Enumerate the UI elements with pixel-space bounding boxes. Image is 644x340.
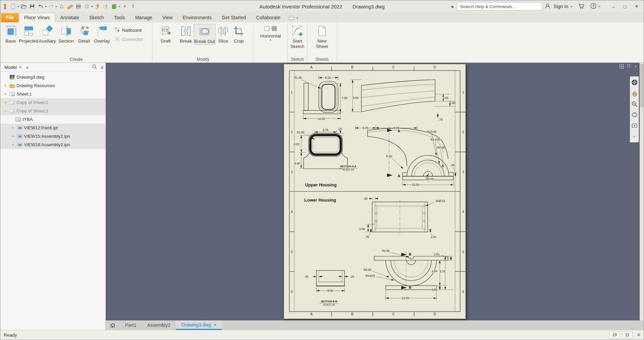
projected-button[interactable]: Projected [20,24,38,44]
doc-tab-close-icon[interactable]: × [214,322,217,328]
sign-in-button[interactable]: Sign In [553,4,568,9]
help-caret-icon[interactable]: ▾ [599,5,600,8]
help-icon[interactable]: ? [590,3,597,10]
tab-manage[interactable]: Manage [130,13,158,22]
tree-item-view16[interactable]: + VIEW16:Assembly2.ipn [0,140,105,149]
look-at-icon[interactable] [631,121,638,130]
measure-icon[interactable] [66,2,74,10]
slice-button[interactable]: Slice [215,24,231,44]
tab-file[interactable]: File [1,13,19,22]
horizontal-caret-icon[interactable]: ▾ [270,38,271,42]
tree-item-view15[interactable]: + VIEW15:Assembly2.ipn [0,132,105,140]
doc-restore-icon[interactable]: ❐ [626,64,631,69]
expander-icon[interactable]: + [3,83,8,88]
doc-close-icon[interactable]: × [633,64,638,69]
expander-icon[interactable]: + [3,92,8,97]
panel-label-sheets[interactable]: Sheets [307,57,337,62]
tab-annotate[interactable]: Annotate [55,13,84,22]
maximize-button[interactable]: □ [619,2,631,11]
browser-add-tab-icon[interactable]: + [26,64,29,70]
tab-view[interactable]: View [157,13,177,22]
update-icon[interactable] [94,2,101,10]
expander-icon[interactable]: + [10,126,15,130]
home-icon[interactable]: ⌂ [58,2,65,10]
doc-tab-drawing3[interactable]: Drawing3.dwg × [176,320,222,330]
search-collapse-icon[interactable]: ▶ [452,5,454,8]
tree-item-copy-of-sheet3[interactable]: − Copy of Sheet:3 [0,107,105,115]
browser-search-icon[interactable] [92,64,97,70]
expander-icon[interactable]: + [10,142,15,147]
inventor-logo-icon[interactable]: I [2,2,8,10]
add-to-qat-icon[interactable]: + [121,2,128,10]
home-tab[interactable] [106,320,120,330]
tab-environments[interactable]: Environments [177,13,217,22]
browser-menu-icon[interactable]: ≡ [100,64,103,70]
ribbon-options-icon[interactable]: ▾ [289,16,298,22]
draft-button[interactable]: Draft [158,24,173,44]
tree-item-view12[interactable]: + VIEW12:Part6.ipt [0,124,105,132]
print-icon[interactable] [75,2,82,10]
orbit-icon[interactable] [631,110,638,119]
status-menu-icon[interactable]: ≡ [637,332,640,338]
search-input[interactable] [457,2,542,10]
base-button[interactable]: Base [2,24,20,44]
detail-button[interactable]: A Detail [75,24,93,44]
overlay-button[interactable]: Overlay [93,24,111,44]
doc-grid-icon[interactable] [619,64,624,69]
nailboard-button[interactable]: Nailboard [114,27,143,34]
open-icon[interactable] [20,2,27,10]
user-icon[interactable] [545,3,551,10]
tree-item-drawing3[interactable]: Drawing3.dwg [0,73,105,81]
canvas-scrollbar[interactable] [640,63,644,320]
auxiliary-button[interactable]: Auxiliary [38,24,57,44]
section-button[interactable]: Section [57,24,75,44]
doc-tab-part1[interactable]: Part1 [120,320,142,330]
tree-item-drawing-resources[interactable]: + Drawing Resources [0,81,105,90]
scrollbar-thumb[interactable] [640,63,643,107]
break-out-button[interactable]: Break Out [194,24,215,45]
expander-icon[interactable]: + [3,100,8,105]
cart-icon[interactable] [578,3,585,10]
redo-icon[interactable] [47,2,55,10]
sign-in-caret-icon[interactable]: ▾ [571,5,572,8]
new-file-icon[interactable] [9,2,17,10]
panel-label-create[interactable]: Create [0,57,152,62]
new-sheet-button[interactable]: New Sheet [311,24,333,49]
redo-caret-icon[interactable]: ▾ [55,5,57,8]
tree-item-tyba[interactable]: tYBA [0,115,105,124]
browser-tab-close-icon[interactable]: × [19,64,22,70]
expander-icon[interactable]: − [3,109,8,113]
drawing-sheet[interactable]: ABCDABCD123456123456R1.255.257.2510.008.… [284,64,466,319]
close-button[interactable]: × [631,2,642,11]
panel-label-sketch[interactable]: Sketch [288,57,307,62]
expander-icon[interactable]: + [10,134,15,139]
select-filter-caret-icon[interactable]: ▾ [119,5,120,8]
pan-icon[interactable] [631,89,638,98]
tab-place-views[interactable]: Place Views [19,13,55,22]
select-filter-icon[interactable] [111,2,118,10]
zoom-icon[interactable] [631,100,638,108]
graphics-canvas[interactable]: ❐ × [106,63,644,320]
customize-qat-icon[interactable]: ▾ [129,2,137,10]
tab-tools[interactable]: Tools [109,13,130,22]
start-sketch-button[interactable]: Start Sketch [288,24,307,49]
document-tab-bar: Part1 Assembly2 Drawing3.dwg × [0,320,644,330]
panel-label-modify[interactable]: Modify [152,57,254,62]
tree-item-copy-of-sheet2[interactable]: + Copy of Sheet:2 [0,98,105,107]
browser-tab-model[interactable]: Model × [2,63,24,71]
undo-caret-icon[interactable]: ▾ [45,5,46,8]
tab-collaborate[interactable]: Collaborate [251,13,286,22]
tree-item-sheet1[interactable]: + Sheet:1 [0,90,105,98]
crop-button[interactable]: Crop [231,24,246,44]
break-button[interactable]: Break [178,24,194,44]
minimize-button[interactable]: – [608,2,619,11]
save-icon[interactable] [28,2,36,10]
doc-tab-assembly2[interactable]: Assembly2 [142,320,175,330]
undo-icon[interactable] [37,2,44,10]
horizontal-button[interactable]: Horizontal ▾ [254,22,287,42]
tab-sketch[interactable]: Sketch [84,13,109,22]
navigation-wheel-icon[interactable] [631,78,638,87]
tab-get-started[interactable]: Get Started [217,13,251,22]
new-file-caret-icon[interactable]: ▾ [18,5,19,8]
navbar-more-icon[interactable]: ▾ [631,132,638,141]
